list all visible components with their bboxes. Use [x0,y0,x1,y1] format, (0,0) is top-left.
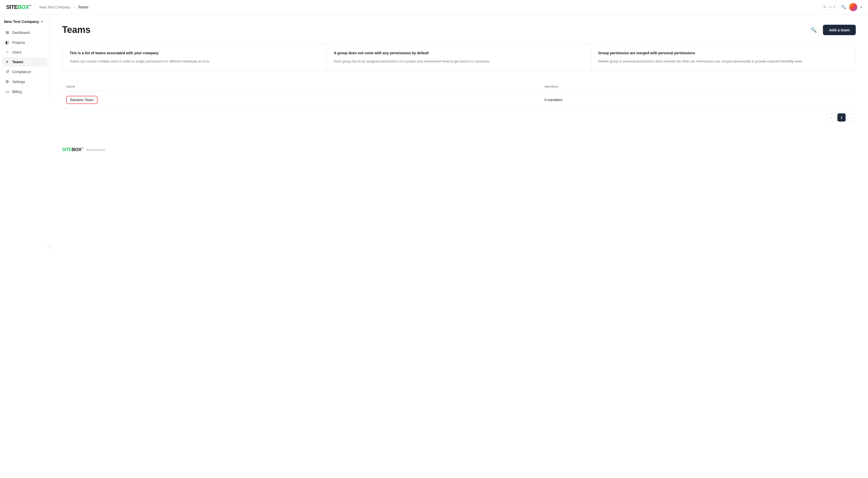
sidebar-item-teams[interactable]: ≡ Teams [2,57,48,66]
info-card-title-3: Group permission are merged with persona… [598,51,848,56]
table-header-row: Name Members [62,82,856,92]
pagination-prev-button[interactable]: ‹ [827,113,835,122]
pagination-page-1-button[interactable]: 1 [837,113,845,122]
team-name-cell[interactable]: Random Team [62,92,540,108]
footer-logo: SITEBOX™ development [62,142,856,152]
pagination-next-button[interactable]: › [848,113,856,122]
sidebar-item-compliance[interactable]: ↺ Compliance [2,67,48,77]
search-icon: 🔍 [810,27,817,33]
breadcrumb: New Test Company → Teams [39,5,88,9]
sidebar-item-label: Settings [12,80,25,84]
sidebar-company[interactable]: New Test Company ▾ [0,14,50,28]
info-card-1: This is a list of teams associated with … [62,43,327,71]
sidebar-nav: ⊞ Dashboard ◧ Projects ○ Users ≡ Teams ↺ [0,28,50,96]
dashboard-icon: ⊞ [5,30,10,35]
chevron-left-icon: ‹ [831,116,832,119]
teams-icon: ≡ [5,60,10,64]
pagination: ‹ 1 › [62,108,856,122]
breadcrumb-company[interactable]: New Test Company [39,5,70,9]
sidebar-item-label: Dashboard [12,31,30,35]
team-members-cell: 0 members [540,92,856,108]
sidebar-item-dashboard[interactable]: ⊞ Dashboard [2,28,48,37]
column-header-name: Name [62,82,540,92]
sidebar-item-label: Teams [12,60,23,64]
sidebar-company-name: New Test Company [4,19,39,24]
projects-icon: ◧ [5,40,10,45]
info-cards: This is a list of teams associated with … [62,43,856,71]
logo-box: BOX [18,4,29,10]
search-icon[interactable]: 🔍 [841,5,846,9]
team-name-badge[interactable]: Random Team [66,96,97,104]
add-team-button[interactable]: Add a team [823,25,856,35]
sidebar-item-label: Projects [12,40,25,44]
page-title: Teams [62,25,90,35]
sidebar-item-users[interactable]: ○ Users [2,48,48,57]
info-card-title-2: A group does not come with any permissio… [334,51,584,56]
info-card-text-3: Neither group or personal permissions do… [598,59,848,64]
sidebar-item-billing[interactable]: ▭ Billing [2,87,48,96]
avatar[interactable] [849,3,857,11]
header-actions: 🔍 Add a team [808,25,856,35]
sidebar-item-label: Users [12,50,22,54]
info-card-3: Group permission are merged with persona… [591,43,856,71]
sidebar-item-projects[interactable]: ◧ Projects [2,38,48,47]
table-row[interactable]: Random Team 0 members [62,92,856,108]
teams-table: Name Members Random Team 0 members [62,82,856,108]
chevron-right-icon: › [851,116,852,119]
chevron-down-icon[interactable]: ▾ [860,5,862,9]
breadcrumb-current-page: Teams [78,5,88,9]
sidebar-collapse-button[interactable]: ‹ [46,244,52,249]
top-navigation: SITEBOX™ New Test Company → Teams ⌘ + K … [0,0,868,14]
sidebar-wrapper: New Test Company ▾ ⊞ Dashboard ◧ Project… [0,14,50,478]
info-card-title-1: This is a list of teams associated with … [69,51,319,56]
compliance-icon: ↺ [5,69,10,74]
sidebar: New Test Company ▾ ⊞ Dashboard ◧ Project… [0,14,50,100]
info-card-text-2: Each group has to be assigned permission… [334,59,584,64]
app-body: New Test Company ▾ ⊞ Dashboard ◧ Project… [0,14,868,478]
sidebar-item-label: Billing [12,90,22,94]
logo-site: SITE [6,4,18,10]
footer-env-label: development [86,148,105,152]
billing-icon: ▭ [5,89,10,94]
info-card-text-1: Teams can contain multiple users in orde… [69,59,319,64]
main-content: Teams 🔍 Add a team This is a list of tea… [50,14,868,478]
column-header-members: Members [540,82,856,92]
keyboard-shortcut-hint: ⌘ + K or [820,4,838,10]
sidebar-chevron-icon: ▾ [41,20,42,24]
topnav-right: ⌘ + K or 🔍 ▾ [820,3,862,11]
sidebar-item-settings[interactable]: ⚙ Settings [2,77,48,86]
search-button[interactable]: 🔍 [808,25,819,35]
logo[interactable]: SITEBOX™ [6,4,31,10]
footer-logo-box: BOX [72,147,82,152]
users-icon: ○ [5,50,10,55]
footer-logo-tm: ™ [82,147,84,150]
logo-tm: ™ [29,4,31,7]
footer-logo-site: SITE [62,147,72,152]
settings-icon: ⚙ [5,79,10,84]
sidebar-item-label: Compliance [12,70,31,74]
page-header: Teams 🔍 Add a team [62,25,856,35]
breadcrumb-arrow: → [72,5,76,9]
info-card-2: A group does not come with any permissio… [327,43,591,71]
